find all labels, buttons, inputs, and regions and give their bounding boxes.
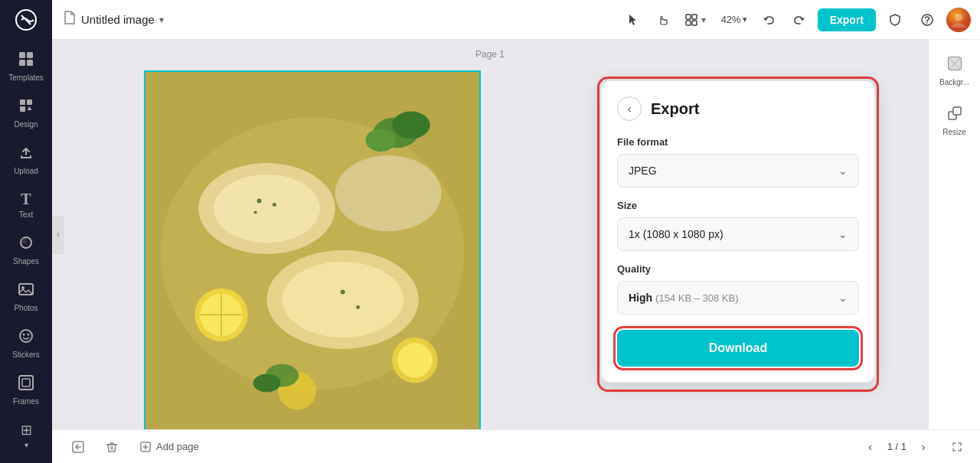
sidebar-item-upload-label: Upload [14, 167, 38, 175]
quality-chevron: ⌄ [838, 292, 848, 304]
svg-rect-6 [27, 99, 32, 105]
sidebar-item-stickers[interactable]: Stickers [3, 321, 49, 365]
sidebar-item-templates-label: Templates [8, 73, 44, 82]
select-tool-button[interactable] [620, 7, 646, 33]
sidebar-item-photos[interactable]: Photos [3, 275, 49, 318]
file-format-chevron: ⌄ [838, 165, 848, 177]
svg-point-45 [273, 203, 276, 207]
size-chevron: ⌄ [838, 228, 848, 240]
title-chevron: ▾ [159, 15, 164, 25]
undo-bottom-button[interactable] [64, 436, 92, 458]
svg-rect-18 [692, 15, 697, 19]
export-header: ‹ Export [617, 96, 859, 121]
svg-rect-1 [19, 52, 25, 58]
quality-label: Quality [617, 263, 859, 275]
file-format-select[interactable]: JPEG ⌄ [617, 154, 859, 187]
sidebar-item-text[interactable]: T Text [3, 184, 49, 225]
sidebar-item-stickers-label: Stickers [12, 351, 40, 359]
sidebar-item-design[interactable]: Design [3, 91, 49, 135]
svg-rect-19 [686, 21, 691, 25]
page-navigation: ‹ 1 / 1 › [860, 436, 934, 458]
right-panel-background[interactable]: Backgr... [932, 47, 978, 94]
fullscreen-button[interactable] [946, 436, 968, 458]
canvas-area[interactable]: Page 1 [52, 40, 928, 429]
size-label: Size [617, 200, 859, 211]
svg-rect-5 [20, 99, 25, 105]
document-icon [61, 10, 77, 29]
svg-rect-3 [19, 60, 25, 66]
export-title: Export [651, 100, 699, 118]
svg-rect-52 [953, 107, 961, 115]
svg-point-48 [356, 305, 360, 309]
svg-point-30 [282, 262, 403, 337]
download-button[interactable]: Download [617, 330, 859, 367]
stickers-icon [18, 328, 34, 348]
topbar-tools: ▾ 42% ▾ [620, 7, 812, 33]
prev-page-button[interactable]: ‹ [860, 436, 881, 458]
sidebar-collapse-label: ▾ [24, 441, 28, 449]
document-title[interactable]: Untitled image ▾ [61, 10, 164, 29]
svg-point-47 [341, 290, 345, 295]
upload-icon [18, 144, 34, 165]
size-value: 1x (1080 x 1080 px) [629, 228, 724, 240]
back-icon: ‹ [628, 103, 632, 115]
main-area: Untitled image ▾ [52, 0, 980, 463]
title-text: Untitled image [81, 13, 155, 26]
bottom-bar: Add page ‹ 1 / 1 › [52, 429, 980, 463]
svg-point-31 [335, 155, 442, 231]
quality-value: High (154 KB – 308 KB) [629, 292, 739, 304]
sidebar-item-design-label: Design [14, 120, 38, 129]
page-indicator: 1 / 1 [887, 441, 906, 452]
svg-rect-2 [27, 52, 33, 58]
sidebar-item-more[interactable]: ⊞ ▾ [3, 416, 49, 455]
design-icon [18, 97, 34, 118]
size-select[interactable]: 1x (1080 x 1080 px) ⌄ [617, 217, 859, 251]
topbar: Untitled image ▾ [52, 0, 980, 40]
export-button[interactable]: Export [818, 8, 876, 31]
canvas-page[interactable] [144, 70, 481, 429]
app-logo[interactable] [12, 6, 40, 34]
sidebar-item-shapes-label: Shapes [13, 257, 39, 266]
add-page-button[interactable]: Add page [132, 436, 207, 458]
size-group: Size 1x (1080 x 1080 px) ⌄ [617, 200, 859, 251]
view-button[interactable]: ▾ [678, 10, 712, 30]
sidebar-collapse-button[interactable]: ‹ [52, 216, 64, 254]
redo-button[interactable] [786, 7, 812, 33]
background-icon [946, 55, 963, 76]
sidebar-item-text-label: Text [19, 210, 33, 219]
frames-icon [18, 374, 34, 395]
undo-button[interactable] [756, 7, 782, 33]
zoom-chevron: ▾ [743, 15, 747, 24]
templates-icon [18, 51, 34, 71]
delete-bottom-button[interactable] [98, 436, 126, 458]
user-avatar[interactable] [946, 8, 971, 32]
background-label: Backgr... [939, 78, 969, 86]
sidebar-item-photos-label: Photos [14, 304, 38, 312]
svg-rect-17 [686, 15, 691, 19]
sidebar-item-frames[interactable]: Frames [3, 368, 49, 412]
svg-point-41 [365, 129, 396, 152]
svg-point-28 [214, 174, 320, 243]
svg-point-13 [23, 334, 25, 336]
quality-select[interactable]: High (154 KB – 308 KB) ⌄ [617, 281, 859, 315]
export-back-button[interactable]: ‹ [617, 96, 642, 121]
hand-tool-button[interactable] [649, 7, 675, 33]
file-format-group: File format JPEG ⌄ [617, 136, 859, 187]
svg-rect-9 [21, 238, 27, 243]
export-panel: ‹ Export File format JPEG ⌄ Size 1x (108… [600, 80, 876, 383]
add-page-label: Add page [156, 441, 199, 452]
svg-point-44 [257, 199, 262, 204]
topbar-right: Export [818, 7, 971, 33]
right-panel-resize[interactable]: Resize [932, 97, 978, 144]
help-button[interactable] [914, 7, 940, 33]
svg-point-24 [955, 14, 962, 21]
zoom-button[interactable]: 42% ▾ [715, 11, 753, 28]
svg-point-37 [397, 343, 433, 378]
sidebar-item-shapes[interactable]: Shapes [3, 228, 49, 272]
shapes-icon [18, 234, 34, 255]
sidebar-item-templates[interactable]: Templates [3, 44, 49, 88]
next-page-button[interactable]: › [913, 436, 934, 458]
sidebar-item-upload[interactable]: Upload [3, 138, 49, 181]
shield-button[interactable] [882, 7, 908, 33]
more-icon: ⊞ [21, 422, 32, 439]
